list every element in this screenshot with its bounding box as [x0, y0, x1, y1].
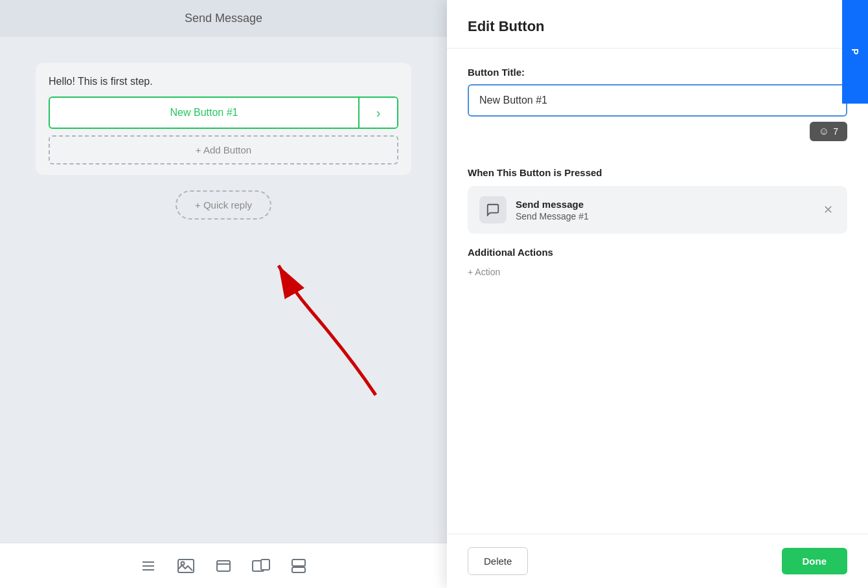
delete-button[interactable]: Delete	[468, 547, 528, 575]
panel-body: Button Title: ☺ 7 When This Button is Pr…	[447, 49, 868, 534]
button-title-input[interactable]	[468, 84, 847, 117]
panel-title: Edit Button	[468, 18, 545, 35]
right-panel: Edit Button P Button Title: ☺ 7 When Thi…	[447, 0, 868, 588]
image-icon[interactable]	[177, 558, 195, 574]
gallery-icon[interactable]	[252, 558, 270, 574]
blue-accent-bar: P	[842, 0, 868, 104]
action-title: Send message	[516, 199, 812, 210]
additional-actions-label: Additional Actions	[468, 247, 847, 258]
when-pressed-label: When This Button is Pressed	[468, 167, 847, 178]
emoji-icon: ☺	[819, 126, 829, 137]
svg-point-4	[181, 561, 185, 565]
header-text: Send Message	[185, 12, 262, 25]
button-title-label: Button Title:	[468, 67, 847, 78]
button-label[interactable]: New Button #1	[50, 98, 358, 128]
send-message-header: Send Message	[0, 0, 447, 37]
action-subtitle: Send Message #1	[516, 211, 812, 221]
bottom-toolbar	[0, 543, 447, 588]
message-bubble: Hello! This is first step. New Button #1…	[36, 63, 411, 175]
card-icon[interactable]	[216, 558, 231, 574]
message-canvas: Hello! This is first step. New Button #1…	[0, 37, 447, 588]
svg-rect-10	[292, 567, 305, 572]
panel-header: Edit Button	[447, 0, 868, 49]
done-button[interactable]: Done	[782, 548, 848, 574]
action-info: Send message Send Message #1	[516, 199, 812, 221]
new-button-row[interactable]: New Button #1 ›	[49, 96, 398, 129]
svg-rect-5	[217, 561, 230, 571]
svg-rect-9	[292, 560, 305, 566]
lines-icon[interactable]	[141, 558, 156, 574]
quick-reply-area: + Quick reply	[176, 190, 271, 220]
message-text: Hello! This is first step.	[49, 76, 398, 87]
panel-footer: Delete Done	[447, 534, 868, 588]
char-count-badge: ☺ 7	[810, 122, 847, 141]
left-panel: Send Message Hello! This is first step. …	[0, 0, 447, 588]
svg-rect-8	[261, 560, 269, 570]
action-card: Send message Send Message #1 ✕	[468, 186, 847, 234]
add-action-button[interactable]: + Action	[468, 264, 847, 280]
add-button[interactable]: + Add Button	[49, 135, 398, 164]
send-message-icon	[479, 196, 507, 223]
action-close-button[interactable]: ✕	[821, 200, 836, 220]
button-arrow-icon[interactable]: ›	[358, 98, 397, 128]
list-icon[interactable]	[291, 558, 306, 574]
char-count: 7	[833, 126, 838, 137]
quick-reply-button[interactable]: + Quick reply	[176, 190, 271, 220]
